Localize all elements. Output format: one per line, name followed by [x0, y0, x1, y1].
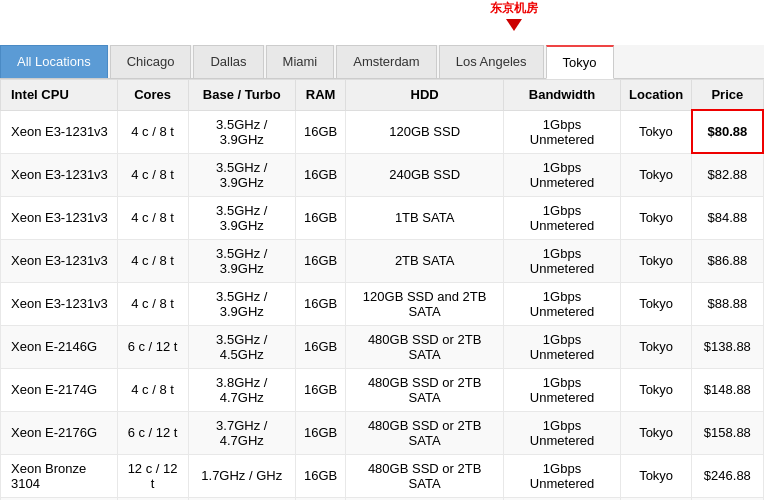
cell-bandwidth: 1Gbps Unmetered: [504, 110, 621, 153]
cell-bandwidth: 1Gbps Unmetered: [504, 282, 621, 325]
tab-miami[interactable]: Miami: [266, 45, 335, 78]
tab-dallas[interactable]: Dallas: [193, 45, 263, 78]
cell-location: Tokyo: [621, 110, 692, 153]
cell-cpu: Xeon Bronze 3104: [1, 454, 118, 497]
cell-turbo: 3.5GHz / 3.9GHz: [188, 239, 295, 282]
col-header-cores: Cores: [117, 80, 188, 111]
cell-ram: 16GB: [295, 325, 345, 368]
cell-bandwidth: 1Gbps Unmetered: [504, 239, 621, 282]
cell-hdd: 120GB SSD: [346, 110, 504, 153]
cell-hdd: 480GB SSD or 2TB SATA: [346, 368, 504, 411]
cell-price: $246.88: [692, 454, 763, 497]
cell-hdd: 240GB SSD: [346, 153, 504, 196]
cell-cores: 12 c / 12 t: [117, 454, 188, 497]
cell-cores: 4 c / 8 t: [117, 110, 188, 153]
tokyo-annotation: 东京机房: [490, 0, 538, 31]
table-row[interactable]: Xeon E3-1231v34 c / 8 t3.5GHz / 3.9GHz16…: [1, 196, 764, 239]
cell-ram: 16GB: [295, 196, 345, 239]
cell-cpu: Xeon E-2174G: [1, 368, 118, 411]
col-header-bandwidth: Bandwidth: [504, 80, 621, 111]
cell-price: $80.88: [692, 110, 763, 153]
cell-price: $158.88: [692, 411, 763, 454]
cell-ram: 16GB: [295, 110, 345, 153]
cell-ram: 16GB: [295, 368, 345, 411]
annotation-text: 东京机房: [490, 0, 538, 17]
cell-turbo: 3.5GHz / 4.5GHz: [188, 325, 295, 368]
tab-chicago[interactable]: Chicago: [110, 45, 192, 78]
table-row[interactable]: Xeon E3-1231v34 c / 8 t3.5GHz / 3.9GHz16…: [1, 282, 764, 325]
cell-price: $138.88: [692, 325, 763, 368]
table-row[interactable]: Xeon E-2176G6 c / 12 t3.7GHz / 4.7GHz16G…: [1, 411, 764, 454]
cell-cores: 6 c / 12 t: [117, 325, 188, 368]
cell-cores: 4 c / 8 t: [117, 153, 188, 196]
cell-price: $82.88: [692, 153, 763, 196]
cell-location: Tokyo: [621, 454, 692, 497]
table-row[interactable]: Xeon E-2174G4 c / 8 t3.8GHz / 4.7GHz16GB…: [1, 368, 764, 411]
col-header-ram: RAM: [295, 80, 345, 111]
cell-hdd: 480GB SSD or 2TB SATA: [346, 454, 504, 497]
table-row[interactable]: Xeon E-2146G6 c / 12 t3.5GHz / 4.5GHz16G…: [1, 325, 764, 368]
cell-location: Tokyo: [621, 325, 692, 368]
cell-ram: 16GB: [295, 454, 345, 497]
col-header-hdd: HDD: [346, 80, 504, 111]
table-row[interactable]: Xeon E3-1231v34 c / 8 t3.5GHz / 3.9GHz16…: [1, 110, 764, 153]
cell-location: Tokyo: [621, 239, 692, 282]
col-header-turbo: Base / Turbo: [188, 80, 295, 111]
cell-bandwidth: 1Gbps Unmetered: [504, 411, 621, 454]
cell-location: Tokyo: [621, 411, 692, 454]
col-header-price: Price: [692, 80, 763, 111]
cell-bandwidth: 1Gbps Unmetered: [504, 196, 621, 239]
cell-cpu: Xeon E-2176G: [1, 411, 118, 454]
page-container: 东京机房 All Locations Chicago Dallas Miami …: [0, 0, 764, 500]
cell-turbo: 3.5GHz / 3.9GHz: [188, 196, 295, 239]
arrow-down-icon: [506, 19, 522, 31]
cell-bandwidth: 1Gbps Unmetered: [504, 368, 621, 411]
cell-hdd: 480GB SSD or 2TB SATA: [346, 411, 504, 454]
cell-price: $84.88: [692, 196, 763, 239]
col-header-cpu: Intel CPU: [1, 80, 118, 111]
cell-cpu: Xeon E3-1231v3: [1, 153, 118, 196]
server-table: Intel CPU Cores Base / Turbo RAM HDD Ban…: [0, 79, 764, 500]
cell-hdd: 480GB SSD or 2TB SATA: [346, 325, 504, 368]
cell-price: $86.88: [692, 239, 763, 282]
tab-tokyo[interactable]: Tokyo: [546, 45, 614, 79]
tab-amsterdam[interactable]: Amsterdam: [336, 45, 436, 78]
cell-price: $148.88: [692, 368, 763, 411]
cell-cpu: Xeon E3-1231v3: [1, 282, 118, 325]
annotation-layer: 东京机房: [0, 0, 764, 45]
table-row[interactable]: Xeon Bronze 310412 c / 12 t1.7GHz / GHz1…: [1, 454, 764, 497]
cell-hdd: 1TB SATA: [346, 196, 504, 239]
cell-cores: 4 c / 8 t: [117, 282, 188, 325]
cell-cores: 6 c / 12 t: [117, 411, 188, 454]
tab-los-angeles[interactable]: Los Angeles: [439, 45, 544, 78]
cell-location: Tokyo: [621, 282, 692, 325]
table-header-row: Intel CPU Cores Base / Turbo RAM HDD Ban…: [1, 80, 764, 111]
tab-all-locations[interactable]: All Locations: [0, 45, 108, 78]
cell-cores: 4 c / 8 t: [117, 368, 188, 411]
cell-hdd: 120GB SSD and 2TB SATA: [346, 282, 504, 325]
cell-ram: 16GB: [295, 411, 345, 454]
cell-cpu: Xeon E3-1231v3: [1, 110, 118, 153]
cell-cpu: Xeon E3-1231v3: [1, 239, 118, 282]
cell-cores: 4 c / 8 t: [117, 196, 188, 239]
cell-cores: 4 c / 8 t: [117, 239, 188, 282]
cell-hdd: 2TB SATA: [346, 239, 504, 282]
cell-location: Tokyo: [621, 153, 692, 196]
cell-bandwidth: 1Gbps Unmetered: [504, 325, 621, 368]
cell-bandwidth: 1Gbps Unmetered: [504, 153, 621, 196]
col-header-location: Location: [621, 80, 692, 111]
table-row[interactable]: Xeon E3-1231v34 c / 8 t3.5GHz / 3.9GHz16…: [1, 239, 764, 282]
cell-turbo: 3.7GHz / 4.7GHz: [188, 411, 295, 454]
cell-cpu: Xeon E-2146G: [1, 325, 118, 368]
cell-ram: 16GB: [295, 239, 345, 282]
cell-bandwidth: 1Gbps Unmetered: [504, 454, 621, 497]
cell-turbo: 1.7GHz / GHz: [188, 454, 295, 497]
cell-location: Tokyo: [621, 196, 692, 239]
cell-price: $88.88: [692, 282, 763, 325]
cell-turbo: 3.5GHz / 3.9GHz: [188, 110, 295, 153]
cell-cpu: Xeon E3-1231v3: [1, 196, 118, 239]
tabs-bar: All Locations Chicago Dallas Miami Amste…: [0, 45, 764, 79]
cell-ram: 16GB: [295, 153, 345, 196]
table-row[interactable]: Xeon E3-1231v34 c / 8 t3.5GHz / 3.9GHz16…: [1, 153, 764, 196]
cell-turbo: 3.8GHz / 4.7GHz: [188, 368, 295, 411]
